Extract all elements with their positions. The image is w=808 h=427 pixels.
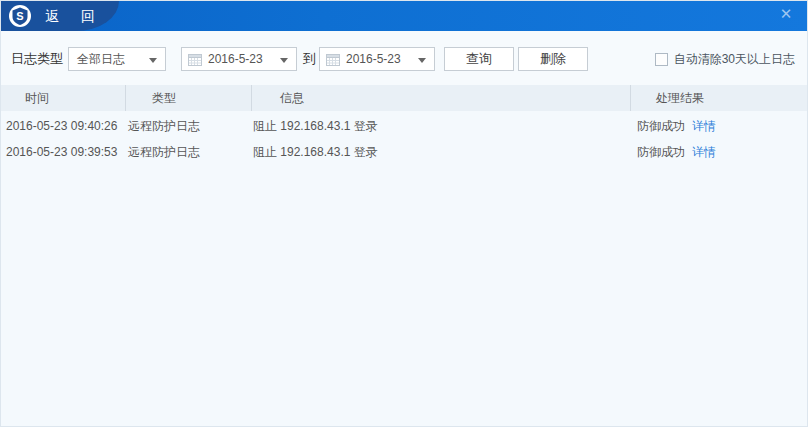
table-header: 时间 类型 信息 处理结果 — [1, 85, 807, 111]
detail-link[interactable]: 详情 — [692, 145, 716, 159]
titlebar: S 返 回 ✕ — [1, 1, 807, 31]
log-viewer-window: S 返 回 ✕ 日志类型： 全部日志 2016-5-23 到 — [0, 0, 808, 427]
log-table: 时间 类型 信息 处理结果 2016-05-23 09:40:26 远程防护日志… — [1, 85, 807, 165]
to-label: 到 — [303, 47, 316, 71]
autoclean-label: 自动清除30天以上日志 — [674, 51, 795, 68]
date-from-value: 2016-5-23 — [208, 52, 263, 66]
delete-button[interactable]: 删除 — [518, 47, 588, 71]
cell-type: 远程防护日志 — [125, 113, 251, 139]
table-row: 2016-05-23 09:40:26 远程防护日志 阻止 192.168.43… — [1, 113, 807, 139]
calendar-icon — [326, 53, 340, 66]
column-header-time: 时间 — [1, 85, 125, 111]
log-type-label: 日志类型： — [11, 47, 76, 71]
date-from-picker[interactable]: 2016-5-23 — [181, 47, 297, 71]
cell-time: 2016-05-23 09:39:53 — [1, 139, 125, 165]
table-body: 2016-05-23 09:40:26 远程防护日志 阻止 192.168.43… — [1, 111, 807, 165]
logo-letter: S — [16, 10, 23, 22]
column-header-type: 类型 — [125, 85, 251, 111]
chevron-down-icon — [149, 58, 157, 63]
date-to-picker[interactable]: 2016-5-23 — [319, 47, 435, 71]
autoclean-toggle[interactable]: 自动清除30天以上日志 — [655, 47, 795, 71]
calendar-icon — [188, 53, 202, 66]
result-text: 防御成功 — [637, 119, 685, 133]
query-button[interactable]: 查询 — [444, 47, 514, 71]
log-type-select[interactable]: 全部日志 — [68, 47, 166, 71]
cell-info: 阻止 192.168.43.1 登录 — [251, 113, 630, 139]
detail-link[interactable]: 详情 — [692, 119, 716, 133]
app-shield-logo-icon: S — [8, 4, 32, 28]
filter-bar: 日志类型： 全部日志 2016-5-23 到 — [1, 31, 807, 85]
cell-result: 防御成功详情 — [630, 113, 807, 139]
back-title[interactable]: 返 回 — [45, 1, 104, 31]
column-header-result: 处理结果 — [630, 85, 807, 111]
cell-info: 阻止 192.168.43.1 登录 — [251, 139, 630, 165]
log-type-value: 全部日志 — [77, 51, 125, 68]
cell-time: 2016-05-23 09:40:26 — [1, 113, 125, 139]
cell-type: 远程防护日志 — [125, 139, 251, 165]
cell-result: 防御成功详情 — [630, 139, 807, 165]
result-text: 防御成功 — [637, 145, 685, 159]
chevron-down-icon — [418, 58, 426, 63]
autoclean-checkbox[interactable] — [655, 53, 668, 66]
table-row: 2016-05-23 09:39:53 远程防护日志 阻止 192.168.43… — [1, 139, 807, 165]
date-to-value: 2016-5-23 — [346, 52, 401, 66]
column-header-info: 信息 — [251, 85, 630, 111]
chevron-down-icon — [280, 58, 288, 63]
close-icon[interactable]: ✕ — [773, 1, 799, 27]
